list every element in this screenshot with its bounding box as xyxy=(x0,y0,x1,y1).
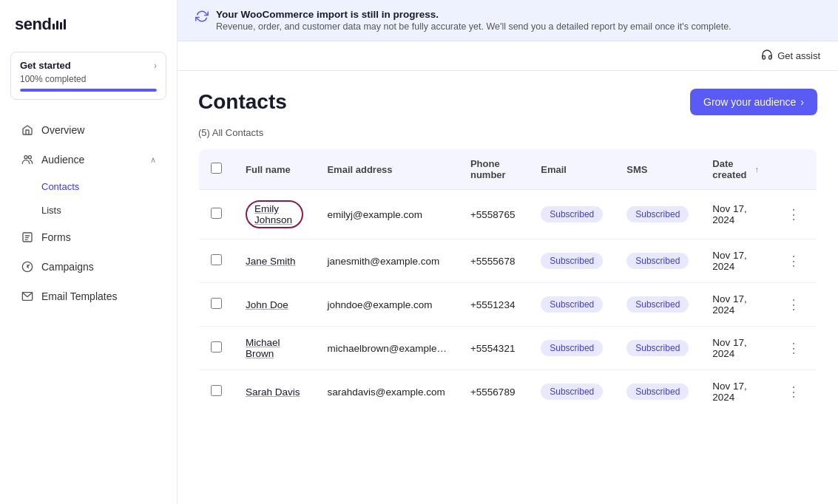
contact-email: sarahdavis@example.com xyxy=(315,370,459,414)
contact-phone: +5554321 xyxy=(459,327,529,370)
contact-name-cell: Michael Brown xyxy=(234,327,315,370)
column-full-name: Full name xyxy=(234,149,315,190)
contact-email: emilyj@example.com xyxy=(315,190,459,239)
contact-sms-status: Subscribed xyxy=(615,370,700,414)
sidebar-item-label-overview: Overview xyxy=(41,124,84,136)
contact-sms-status: Subscribed xyxy=(615,327,700,370)
contact-phone: +5555678 xyxy=(459,239,529,283)
logo-container: send xyxy=(0,15,177,52)
column-email-address: Email address xyxy=(315,149,459,190)
page-header: Contacts Grow your audience › xyxy=(198,89,817,115)
contacts-count: (5) All Contacts xyxy=(198,127,817,138)
contact-actions: ⋮ xyxy=(771,239,817,283)
sidebar-item-campaigns[interactable]: Campaigns xyxy=(6,253,171,281)
get-started-title: Get started xyxy=(20,60,71,71)
row-checkbox[interactable] xyxy=(211,298,222,309)
contact-date: Nov 17, 2024 xyxy=(700,190,771,239)
home-icon xyxy=(21,123,34,137)
contact-name-cell: Sarah Davis xyxy=(234,370,315,414)
contact-name-link[interactable]: Sarah Davis xyxy=(246,386,300,398)
contact-name-link[interactable]: Michael Brown xyxy=(246,337,280,359)
sidebar-item-label-campaigns: Campaigns xyxy=(41,261,94,273)
table-row: John Doe johndoe@example.com +5551234 Su… xyxy=(199,283,817,327)
table-header-row: Full name Email address Phone number Ema… xyxy=(199,149,817,190)
svg-point-1 xyxy=(28,156,31,159)
sidebar-item-email-templates[interactable]: Email Templates xyxy=(6,282,171,310)
contact-name-cell: John Doe xyxy=(234,283,315,327)
contact-name-link[interactable]: Emily Johnson xyxy=(246,200,303,228)
progress-bar-fill xyxy=(20,89,157,92)
banner-subtitle: Revenue, order, and customer data may no… xyxy=(216,21,820,32)
grow-audience-label: Grow your audience xyxy=(703,96,796,108)
headset-icon xyxy=(761,49,773,63)
people-icon xyxy=(21,153,34,166)
contact-phone: +5551234 xyxy=(459,283,529,327)
sync-icon xyxy=(195,10,209,26)
sidebar-nav: Overview Audience ∧ Contacts Lists Forms xyxy=(0,115,177,504)
contact-phone: +5558765 xyxy=(459,190,529,239)
get-started-box[interactable]: Get started › 100% completed xyxy=(10,52,166,100)
select-all-checkbox[interactable] xyxy=(211,163,222,174)
sidebar-item-label-email-templates: Email Templates xyxy=(41,290,117,302)
chevron-right-icon: › xyxy=(154,61,157,71)
contact-sms-status: Subscribed xyxy=(615,239,700,283)
column-checkbox xyxy=(199,149,234,190)
logo-icon xyxy=(53,19,66,30)
banner-title: Your WooCommerce import is still in prog… xyxy=(216,9,820,20)
contact-sms-status: Subscribed xyxy=(615,190,700,239)
sidebar-subitem-label-contacts: Contacts xyxy=(41,181,79,192)
sidebar-item-overview[interactable]: Overview xyxy=(6,116,171,144)
email-icon xyxy=(21,290,34,303)
get-assist-label: Get assist xyxy=(777,50,820,61)
row-checkbox[interactable] xyxy=(211,341,222,353)
contact-name-link[interactable]: Jane Smith xyxy=(246,256,296,267)
contacts-table: Full name Email address Phone number Ema… xyxy=(198,149,817,414)
contact-actions: ⋮ xyxy=(771,370,817,414)
more-options-button[interactable]: ⋮ xyxy=(783,338,805,358)
contact-email-status: Subscribed xyxy=(529,283,615,327)
contact-name-cell: Emily Johnson xyxy=(234,190,315,239)
logo-text: send xyxy=(15,15,51,34)
contact-phone: +5556789 xyxy=(459,370,529,414)
table-row: Jane Smith janesmith@example.com +555567… xyxy=(199,239,817,283)
column-phone-number: Phone number xyxy=(459,149,529,190)
sidebar-item-forms[interactable]: Forms xyxy=(6,223,171,251)
campaigns-icon xyxy=(21,260,34,273)
sidebar-item-label-audience: Audience xyxy=(41,154,84,166)
contact-actions: ⋮ xyxy=(771,283,817,327)
contact-email: michaelbrown@example… xyxy=(315,327,459,370)
top-bar: Get assist xyxy=(178,41,838,71)
get-assist-button[interactable]: Get assist xyxy=(761,49,820,63)
get-started-percent: 100% completed xyxy=(20,74,157,84)
contact-date: Nov 17, 2024 xyxy=(700,370,771,414)
page-content: Contacts Grow your audience › (5) All Co… xyxy=(178,71,838,504)
row-checkbox[interactable] xyxy=(211,385,222,396)
contact-email: janesmith@example.com xyxy=(315,239,459,283)
main-content: Your WooCommerce import is still in prog… xyxy=(178,0,838,504)
contact-email-status: Subscribed xyxy=(529,239,615,283)
contact-name-cell: Jane Smith xyxy=(234,239,315,283)
contact-date: Nov 17, 2024 xyxy=(700,327,771,370)
more-options-button[interactable]: ⋮ xyxy=(783,205,805,224)
contact-date: Nov 17, 2024 xyxy=(700,283,771,327)
table-row: Michael Brown michaelbrown@example… +555… xyxy=(199,327,817,370)
more-options-button[interactable]: ⋮ xyxy=(783,382,805,401)
grow-audience-button[interactable]: Grow your audience › xyxy=(690,89,817,115)
contact-name-link[interactable]: John Doe xyxy=(246,299,288,310)
sidebar-item-lists[interactable]: Lists xyxy=(6,199,171,222)
more-options-button[interactable]: ⋮ xyxy=(783,251,805,270)
column-date-created[interactable]: Date created ↑ xyxy=(700,149,771,190)
sidebar-item-audience[interactable]: Audience ∧ xyxy=(6,146,171,174)
row-checkbox[interactable] xyxy=(211,208,222,219)
column-sms: SMS xyxy=(615,149,700,190)
sidebar-subitem-label-lists: Lists xyxy=(41,205,61,216)
row-checkbox[interactable] xyxy=(211,254,222,265)
sidebar-item-contacts[interactable]: Contacts xyxy=(6,175,171,198)
table-row: Emily Johnson emilyj@example.com +555876… xyxy=(199,190,817,239)
chevron-right-icon: › xyxy=(800,96,804,108)
progress-bar xyxy=(20,89,157,92)
more-options-button[interactable]: ⋮ xyxy=(783,295,805,314)
contact-actions: ⋮ xyxy=(771,327,817,370)
contact-email-status: Subscribed xyxy=(529,327,615,370)
contact-actions: ⋮ xyxy=(771,190,817,239)
